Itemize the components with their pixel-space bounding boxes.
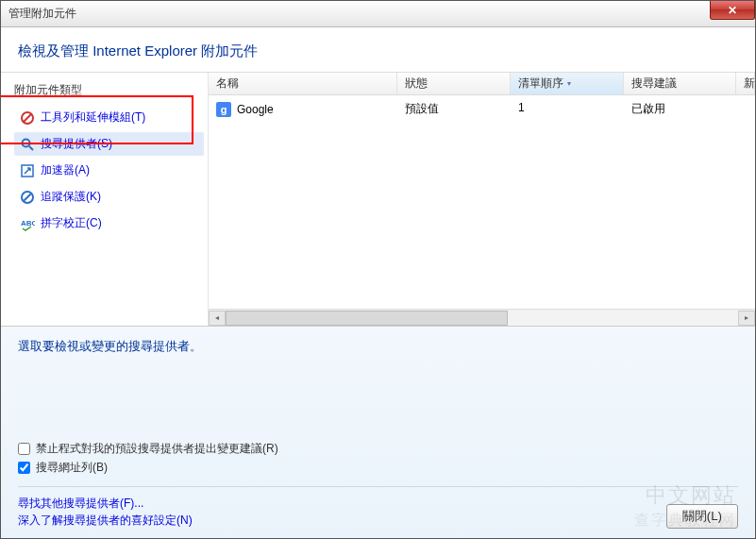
table-row[interactable]: g Google 預設值 1 已啟用: [209, 95, 755, 123]
cell-suggest: 已啟用: [624, 99, 755, 119]
column-header-suggestions[interactable]: 搜尋建議: [624, 73, 736, 94]
gear-blocked-icon: [20, 110, 35, 126]
sidebar-item-search-providers[interactable]: 搜尋提供者(S): [14, 132, 204, 156]
sidebar-item-label: 工具列和延伸模組(T): [41, 109, 145, 126]
link-find-providers[interactable]: 尋找其他搜尋提供者(F)...: [18, 495, 193, 512]
panel-instruction: 選取要檢視或變更的搜尋提供者。: [18, 338, 738, 355]
link-learn-more[interactable]: 深入了解搜尋提供者的喜好設定(N): [18, 512, 193, 529]
sidebar-item-spelling[interactable]: ABC 拼字校正(C): [14, 211, 204, 235]
scroll-thumb[interactable]: [226, 311, 508, 326]
sidebar-item-accelerators[interactable]: 加速器(A): [14, 159, 204, 182]
scroll-track[interactable]: [226, 311, 738, 326]
column-header-status[interactable]: 狀態: [397, 73, 511, 94]
shield-icon: [20, 190, 35, 205]
column-header-name[interactable]: 名稱: [209, 73, 397, 94]
table-area: 名稱 狀態 清單順序 搜尋建議 新 g Google 預設值 1 已啟用 ◂: [209, 73, 755, 326]
sidebar-item-toolbars[interactable]: 工具列和延伸模組(T): [14, 106, 204, 129]
cell-name: g Google: [209, 99, 397, 119]
svg-text:ABC: ABC: [21, 219, 35, 227]
sidebar-item-label: 追蹤保護(K): [41, 189, 101, 205]
sidebar-item-label: 加速器(A): [41, 162, 90, 178]
horizontal-scrollbar[interactable]: ◂ ▸: [209, 309, 755, 326]
footer-links-group: 尋找其他搜尋提供者(F)... 深入了解搜尋提供者的喜好設定(N): [18, 495, 193, 529]
options: 禁止程式對我的預設搜尋提供者提出變更建議(R) 搜尋網址列(B): [18, 438, 738, 479]
cell-status: 預設值: [397, 99, 511, 119]
content: 檢視及管理 Internet Explorer 附加元件 附加元件類型 工具列和…: [1, 27, 755, 538]
checkbox-label: 搜尋網址列(B): [36, 460, 108, 476]
svg-line-3: [29, 146, 33, 150]
svg-point-2: [23, 139, 30, 146]
spellcheck-icon: ABC: [20, 216, 35, 231]
search-icon: [20, 137, 35, 152]
scroll-right-button[interactable]: ▸: [738, 311, 755, 326]
scroll-left-button[interactable]: ◂: [209, 311, 226, 326]
column-header-extra[interactable]: 新: [736, 73, 755, 94]
checkbox-label: 禁止程式對我的預設搜尋提供者提出變更建議(R): [36, 441, 278, 457]
checkbox-prevent-change[interactable]: 禁止程式對我的預設搜尋提供者提出變更建議(R): [18, 441, 738, 457]
page-title: 檢視及管理 Internet Explorer 附加元件: [18, 42, 738, 60]
column-header-order[interactable]: 清單順序: [511, 73, 624, 94]
close-button[interactable]: 關閉(L): [666, 504, 738, 529]
window-title: 管理附加元件: [8, 6, 76, 22]
sidebar-item-tracking-protection[interactable]: 追蹤保護(K): [14, 185, 204, 209]
titlebar: 管理附加元件 ✕: [1, 1, 755, 27]
header: 檢視及管理 Internet Explorer 附加元件: [1, 27, 755, 72]
table-body: g Google 預設值 1 已啟用: [209, 95, 755, 309]
cell-order: 1: [511, 99, 624, 119]
sidebar: 附加元件類型 工具列和延伸模組(T) 搜尋提供者(S) 加速器(A): [1, 73, 209, 326]
checkbox-search-addressbar[interactable]: 搜尋網址列(B): [18, 460, 738, 476]
provider-name: Google: [237, 103, 274, 116]
sidebar-item-label: 搜尋提供者(S): [41, 136, 112, 152]
svg-line-1: [24, 114, 31, 122]
google-icon: g: [216, 102, 231, 117]
checkbox-search-addressbar-input[interactable]: [18, 462, 30, 474]
svg-line-6: [24, 194, 30, 200]
details-panel: 選取要檢視或變更的搜尋提供者。 中文网站 查字典教程网 禁止程式對我的預設搜尋提…: [1, 326, 755, 538]
accelerator-icon: [20, 163, 35, 178]
sidebar-heading: 附加元件類型: [14, 82, 204, 98]
column-headers: 名稱 狀態 清單順序 搜尋建議 新: [209, 73, 755, 95]
footer: 尋找其他搜尋提供者(F)... 深入了解搜尋提供者的喜好設定(N) 關閉(L): [18, 486, 738, 529]
checkbox-prevent-change-input[interactable]: [18, 443, 30, 455]
main-area: 附加元件類型 工具列和延伸模組(T) 搜尋提供者(S) 加速器(A): [1, 72, 755, 326]
sidebar-item-label: 拼字校正(C): [41, 215, 102, 231]
window-close-button[interactable]: ✕: [710, 1, 755, 20]
close-icon: ✕: [728, 4, 737, 17]
